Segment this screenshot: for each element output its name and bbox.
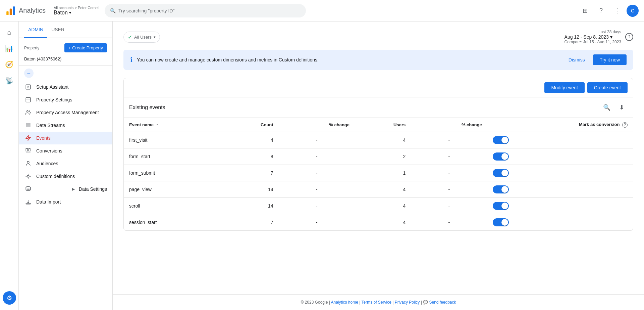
audiences-label: Audiences [36, 161, 58, 166]
table-header-row: Event name ↑ Count % change Users % chan… [124, 118, 633, 132]
event-users-cell: 4 [355, 214, 411, 230]
sort-asc-icon: ↑ [156, 123, 158, 127]
conversion-help-icon[interactable]: ? [622, 122, 628, 128]
event-count-cell: 7 [221, 214, 279, 230]
chevron-down-icon-date: ▾ [610, 34, 612, 40]
event-count-cell: 7 [221, 165, 279, 181]
svg-point-21 [26, 187, 31, 188]
conversion-toggle-5[interactable] [493, 218, 509, 226]
date-range-value[interactable]: Aug 12 - Sep 8, 2023 ▾ [565, 34, 621, 40]
info-banner-text: You can now create and manage custom dim… [137, 57, 560, 62]
terms-link[interactable]: Terms of Service [361, 300, 391, 305]
event-name-cell: session_start [124, 214, 221, 230]
event-conversion-cell [487, 132, 633, 148]
col-count-change[interactable]: % change [279, 118, 355, 132]
sidebar-item-data-streams[interactable]: Data Streams [19, 119, 112, 132]
nav-explore-button[interactable]: 🧭 [3, 58, 16, 71]
property-header: Property + Create Property [19, 38, 112, 55]
property-label: Property [24, 46, 39, 50]
event-conversion-cell [487, 181, 633, 197]
privacy-link[interactable]: Privacy Policy [395, 300, 420, 305]
conversion-toggle-1[interactable] [493, 152, 509, 161]
sidebar-item-data-settings[interactable]: ▶ Data Settings [19, 183, 112, 195]
col-count[interactable]: Count [221, 118, 279, 132]
sidebar-item-setup-assistant[interactable]: Setup Assistant [19, 81, 112, 93]
nav-reports-button[interactable]: 📊 [3, 42, 16, 55]
events-toolbar: Modify event Create event [124, 78, 633, 97]
chevron-down-icon: ▾ [154, 35, 156, 39]
conversion-toggle-2[interactable] [493, 169, 509, 177]
sidebar-item-custom-definitions[interactable]: Custom definitions [19, 170, 112, 183]
event-name-cell: page_view [124, 181, 221, 197]
data-import-label: Data Import [36, 199, 61, 205]
event-users-change-cell: - [411, 181, 487, 197]
search-bar[interactable]: 🔍 Try searching "property ID" [105, 4, 306, 17]
toggle-knob [501, 219, 508, 226]
feedback-link[interactable]: Send feedback [429, 300, 456, 305]
event-count-cell: 8 [221, 148, 279, 165]
search-events-button[interactable]: 🔍 [601, 101, 613, 114]
svg-point-15 [27, 161, 29, 163]
download-events-button[interactable]: ⬇ [615, 101, 628, 114]
custom-definitions-icon [24, 173, 32, 179]
col-conversion: Mark as conversion ? [487, 118, 633, 132]
apps-grid-button[interactable]: ⊞ [578, 4, 592, 17]
settings-button[interactable]: ⚙ [3, 291, 16, 305]
feedback-icon: 💬 [423, 300, 428, 305]
nav-home-button[interactable]: ⌂ [3, 26, 16, 39]
icon-nav-bottom: ⚙ [0, 289, 19, 307]
date-help-button[interactable]: ? [625, 33, 633, 41]
sidebar-item-audiences[interactable]: Audiences [19, 157, 112, 170]
conversion-toggle-3[interactable] [493, 185, 509, 193]
app-name: Analytics [19, 7, 46, 14]
user-avatar[interactable]: C [627, 5, 639, 17]
event-name-cell: scroll [124, 197, 221, 214]
date-range-label: Last 28 days [565, 30, 621, 34]
copyright: © 2023 Google [301, 300, 328, 305]
events-area: Modify event Create event Existing event… [123, 78, 633, 231]
ga-logo-icon [5, 5, 16, 16]
search-icon: 🔍 [110, 8, 116, 13]
nav-advertising-button[interactable]: 📡 [3, 74, 16, 87]
table-row: session_start 7 - 4 - [124, 214, 633, 230]
more-options-button[interactable]: ⋮ [610, 4, 624, 17]
conversion-toggle-4[interactable] [493, 202, 509, 210]
event-count-change-cell: - [279, 214, 355, 230]
create-property-button[interactable]: + Create Property [64, 43, 107, 52]
event-count-cell: 4 [221, 132, 279, 148]
col-users-change[interactable]: % change [411, 118, 487, 132]
events-icon [24, 135, 32, 141]
event-count-change-cell: - [279, 148, 355, 165]
table-row: scroll 14 - 4 - [124, 197, 633, 214]
analytics-home-link[interactable]: Analytics home [331, 300, 358, 305]
events-table: Event name ↑ Count % change Users % chan… [124, 118, 633, 230]
account-name[interactable]: Baton ▾ [54, 10, 99, 16]
logo-area: Analytics [5, 5, 46, 16]
filter-pill[interactable]: ✓ All Users ▾ [123, 32, 160, 43]
sidebar-item-data-import[interactable]: Data Import [19, 195, 112, 208]
dismiss-button[interactable]: Dismiss [565, 55, 589, 64]
sidebar-item-property-settings[interactable]: Property Settings [19, 93, 112, 106]
help-button[interactable]: ? [594, 4, 608, 17]
create-event-button[interactable]: Create event [587, 82, 628, 93]
event-conversion-cell [487, 214, 633, 230]
svg-rect-1 [10, 8, 12, 15]
date-compare: Compare: Jul 15 - Aug 11, 2023 [565, 40, 621, 44]
svg-point-6 [27, 110, 29, 112]
tab-admin[interactable]: ADMIN [24, 21, 47, 38]
conversion-toggle-0[interactable] [493, 136, 509, 144]
main-content: ✓ All Users ▾ Last 28 days Aug 12 - Sep … [113, 21, 644, 310]
data-streams-icon [24, 122, 32, 128]
account-path: All accounts > Peter Cornell [54, 6, 99, 10]
svg-rect-4 [26, 97, 31, 102]
modify-event-button[interactable]: Modify event [544, 82, 584, 93]
sidebar-item-events[interactable]: Events [19, 132, 112, 144]
sidebar-item-property-access[interactable]: Property Access Management [19, 106, 112, 119]
toggle-knob [501, 153, 508, 160]
sidebar-item-conversions[interactable]: Conversions [19, 144, 112, 157]
back-button[interactable]: ← [24, 69, 34, 78]
col-users[interactable]: Users [355, 118, 411, 132]
col-event-name[interactable]: Event name ↑ [124, 118, 221, 132]
tab-user[interactable]: USER [47, 21, 68, 38]
try-now-button[interactable]: Try it now [593, 54, 627, 65]
